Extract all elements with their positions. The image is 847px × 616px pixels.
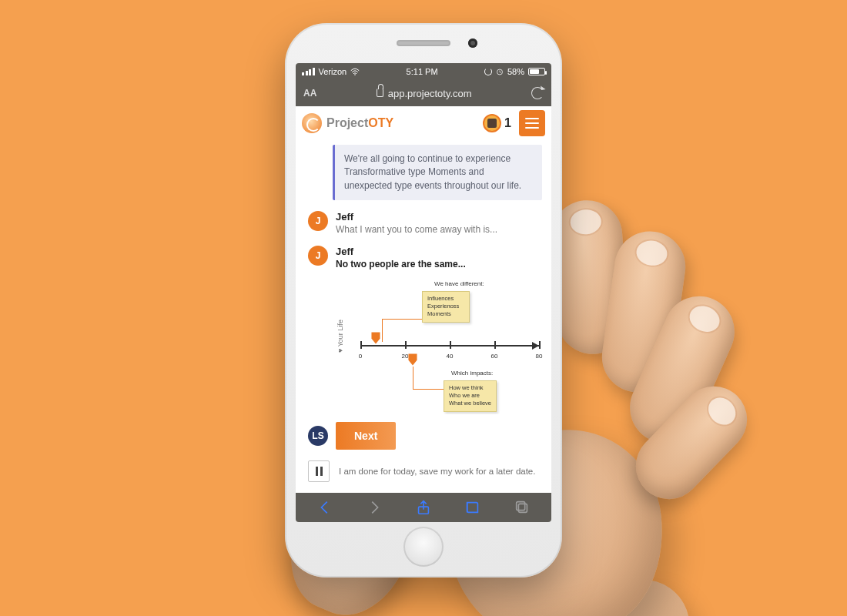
svg-point-0	[354, 74, 356, 75]
connector-top	[382, 319, 422, 342]
brand-part1: Project	[326, 116, 368, 129]
lock-icon	[377, 89, 383, 97]
wifi-icon	[350, 68, 360, 75]
tick-label: 0	[359, 353, 362, 360]
message: J Jeff What I want you to come away with…	[308, 211, 542, 235]
rotation-lock-icon	[484, 68, 492, 75]
notification-icon	[483, 114, 501, 132]
next-button[interactable]: Next	[336, 422, 396, 450]
notification-indicator[interactable]: 1	[483, 114, 511, 132]
text-size-button[interactable]: AA	[303, 88, 316, 99]
notification-count: 1	[504, 116, 511, 130]
forward-button[interactable]	[363, 497, 385, 518]
app-viewport: ProjectOTY 1 We're all going to continue…	[296, 106, 551, 493]
y-axis-label: Your Life	[336, 320, 344, 353]
app-primary-actions: LS Next	[296, 414, 551, 457]
iphone-device: Verizon 5:11 PM 58% AA app.projectoty.co…	[285, 23, 562, 578]
url-display[interactable]: app.projectoty.com	[377, 88, 472, 99]
life-timeline-diagram: Your Life We have different: Influences …	[336, 276, 542, 414]
message-author: Jeff	[336, 246, 542, 257]
timeline-marker	[407, 353, 418, 367]
carrier-label: Verizon	[319, 67, 347, 76]
back-button[interactable]	[314, 497, 336, 518]
tick-label: 80	[536, 353, 543, 360]
bookmarks-button[interactable]	[462, 497, 484, 518]
share-button[interactable]	[413, 497, 434, 518]
note-top-title: We have different:	[434, 280, 484, 287]
note-line: Moments	[427, 310, 464, 318]
message-author: Jeff	[336, 211, 542, 223]
conversation-body[interactable]: We're all going to continue to experienc…	[296, 140, 551, 414]
timeline-marker	[370, 331, 381, 345]
tick-label: 40	[447, 353, 454, 360]
x-axis: 0 20 40 60 80	[360, 345, 539, 346]
avatar: J	[308, 246, 328, 266]
app-header: ProjectOTY 1	[296, 106, 551, 140]
message: J Jeff No two people are the same... You…	[308, 246, 542, 414]
phone-screen: Verizon 5:11 PM 58% AA app.projectoty.co…	[296, 63, 551, 522]
note-top: Influences Experiences Moments	[422, 291, 470, 322]
note-line: Who we are	[449, 392, 491, 400]
tick-label: 60	[491, 353, 498, 360]
note-bottom: How we think Who we are What we believe	[444, 380, 497, 411]
alarm-icon	[496, 68, 504, 75]
brand-title: ProjectOTY	[326, 116, 393, 130]
svg-rect-4	[517, 502, 525, 511]
save-later-text[interactable]: I am done for today, save my work for a …	[339, 467, 535, 476]
info-callout: We're all going to continue to experienc…	[333, 145, 542, 200]
safari-addressbar[interactable]: AA app.projectoty.com	[296, 80, 551, 106]
statusbar-time: 5:11 PM	[407, 67, 438, 76]
url-text: app.projectoty.com	[388, 88, 472, 99]
safari-toolbar	[296, 493, 551, 522]
brand-logo-icon	[302, 113, 322, 133]
tabs-button[interactable]	[511, 497, 533, 518]
avatar: J	[308, 211, 328, 231]
ios-statusbar: Verizon 5:11 PM 58%	[296, 63, 551, 80]
battery-icon	[528, 68, 545, 75]
signal-bars-icon	[302, 68, 315, 75]
note-line: Influences	[427, 295, 464, 303]
svg-rect-3	[518, 504, 527, 512]
home-button[interactable]	[403, 527, 444, 567]
note-line: How we think	[449, 384, 491, 392]
refresh-icon[interactable]	[531, 87, 544, 99]
brand-part2: OTY	[368, 116, 393, 129]
connector-bottom	[413, 367, 444, 390]
app-secondary-actions: I am done for today, save my work for a …	[296, 457, 551, 493]
battery-pct: 58%	[507, 67, 524, 76]
menu-button[interactable]	[519, 110, 545, 136]
pause-button[interactable]	[308, 460, 330, 482]
note-line: Experiences	[427, 303, 464, 310]
brand[interactable]: ProjectOTY	[302, 113, 393, 133]
message-text: What I want you to come away with is...	[336, 224, 542, 235]
note-bottom-title: Which impacts:	[451, 370, 493, 377]
note-line: What we believe	[449, 400, 491, 407]
user-avatar[interactable]: LS	[308, 426, 328, 446]
message-text: No two people are the same...	[336, 259, 542, 270]
